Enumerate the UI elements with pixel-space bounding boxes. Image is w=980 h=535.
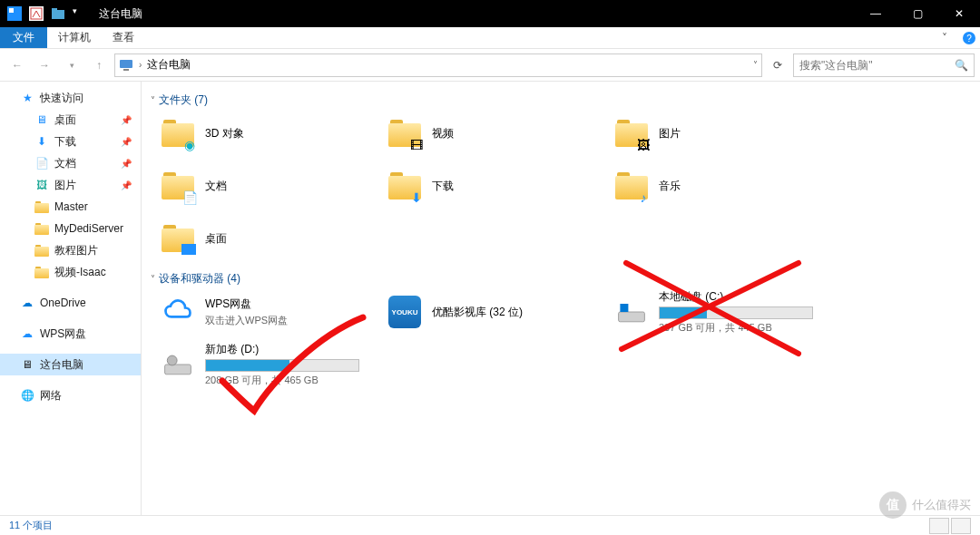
svg-rect-5 [52, 8, 57, 11]
item-label: 桌面 [205, 231, 227, 247]
help-icon: ? [962, 31, 976, 45]
group-header-label: 设备和驱动器 (4) [159, 271, 240, 287]
search-box[interactable]: 🔍 [793, 54, 975, 77]
item-label: 本地磁盘 (C:) [659, 289, 813, 305]
item-sublabel: 307 GB 可用，共 445 GB [659, 321, 813, 335]
item-label: 文档 [205, 179, 227, 194]
sidebar-label: 文档 [54, 156, 76, 171]
folder-icon [34, 221, 49, 236]
document-icon: 📄 [34, 156, 49, 170]
maximize-button[interactable]: ▢ [897, 0, 938, 27]
help-button[interactable]: ? [958, 27, 980, 48]
back-button[interactable]: ← [5, 54, 29, 77]
folder-desktop[interactable]: 桌面 [160, 219, 387, 258]
view-details-button[interactable] [929, 518, 949, 534]
drive-icon [613, 294, 650, 330]
sidebar-item-mydediserver[interactable]: MyDediServer [0, 218, 141, 239]
qat-chevron-icon[interactable]: ▾ [73, 6, 77, 21]
svg-rect-11 [620, 304, 628, 312]
svg-rect-9 [123, 69, 129, 71]
chevron-down-icon: ˅ [151, 95, 155, 105]
sidebar-item-documents[interactable]: 📄 文档 📌 [0, 152, 141, 174]
device-youku[interactable]: YOUKU 优酷影视库 (32 位) [387, 292, 613, 332]
sidebar-item-tutorial-pics[interactable]: 教程图片 [0, 239, 141, 261]
thispc-icon: 🖥 [20, 357, 34, 372]
address-dropdown-icon[interactable]: ˅ [753, 60, 758, 70]
folder-3d-objects[interactable]: ◉ 3D 对象 [160, 113, 387, 153]
window-title: 这台电脑 [84, 6, 142, 22]
close-button[interactable]: ✕ [938, 0, 980, 27]
sidebar-item-pictures[interactable]: 🖼 图片 📌 [0, 174, 141, 196]
computer-tab[interactable]: 计算机 [47, 27, 102, 48]
sidebar-label: 下载 [54, 134, 76, 150]
view-tab[interactable]: 查看 [102, 27, 145, 48]
folder-videos[interactable]: 🎞 视频 [387, 113, 613, 153]
device-cdrive[interactable]: 本地磁盘 (C:) 307 GB 可用，共 445 GB [613, 292, 840, 332]
folder-downloads[interactable]: ⬇ 下载 [387, 166, 613, 206]
sidebar-quick-access[interactable]: ★ 快速访问 [0, 87, 141, 109]
pin-icon: 📌 [121, 180, 132, 190]
search-input[interactable] [799, 59, 955, 72]
chevron-down-icon: ˅ [151, 274, 155, 284]
device-ddrive[interactable]: 新加卷 (D:) 208 GB 可用，共 465 GB [160, 345, 387, 384]
item-label: 新加卷 (D:) [205, 342, 359, 357]
sidebar-item-desktop[interactable]: 🖥 桌面 📌 [0, 109, 141, 131]
sidebar-onedrive[interactable]: ☁ OneDrive [0, 292, 141, 314]
sidebar-label: Master [54, 200, 88, 213]
group-folders-header[interactable]: ˅ 文件夹 (7) [149, 89, 980, 113]
sidebar-label: 视频-Isaac [54, 265, 106, 280]
item-label: 音乐 [659, 179, 681, 194]
qat-properties-icon[interactable] [29, 6, 44, 21]
svg-rect-1 [9, 8, 14, 13]
minimize-button[interactable]: — [855, 0, 897, 27]
status-bar: 11 个项目 [0, 515, 980, 535]
up-button[interactable]: ↑ [87, 54, 111, 77]
sidebar-label: OneDrive [40, 297, 86, 309]
sidebar-network[interactable]: 🌐 网络 [0, 384, 141, 406]
file-tab[interactable]: 文件 [0, 27, 47, 48]
desktop-icon: 🖥 [34, 112, 49, 127]
network-icon: 🌐 [20, 388, 34, 403]
wps-cloud-icon [160, 294, 196, 330]
refresh-button[interactable]: ⟳ [766, 54, 789, 77]
qat-newfolder-icon[interactable] [51, 6, 65, 21]
device-wps[interactable]: WPS网盘 双击进入WPS网盘 [160, 292, 387, 332]
folder-icon [34, 243, 49, 258]
item-label: 视频 [432, 126, 454, 141]
folder-music[interactable]: ♪ 音乐 [613, 166, 840, 206]
search-icon[interactable]: 🔍 [955, 59, 968, 72]
explorer-icon [7, 6, 22, 21]
youku-icon: YOUKU [387, 294, 423, 330]
sidebar-label: 桌面 [54, 112, 76, 128]
ribbon-chevron-icon[interactable]: ˅ [931, 27, 958, 48]
folder-icon [34, 199, 49, 214]
pin-icon: 📌 [121, 137, 132, 147]
forward-button[interactable]: → [33, 54, 56, 77]
folder-documents[interactable]: 📄 文档 [160, 166, 387, 206]
group-devices-header[interactable]: ˅ 设备和驱动器 (4) [149, 268, 980, 292]
sidebar-label: 教程图片 [54, 243, 98, 258]
sidebar-wps[interactable]: ☁ WPS网盘 [0, 323, 141, 345]
onedrive-icon: ☁ [20, 296, 34, 310]
sidebar-item-master[interactable]: Master [0, 196, 141, 218]
sidebar-thispc[interactable]: 🖥 这台电脑 [0, 354, 141, 375]
thispc-icon [119, 58, 133, 73]
item-sublabel: 双击进入WPS网盘 [205, 314, 288, 327]
recent-chevron-icon[interactable]: ▾ [60, 54, 83, 77]
pin-icon: 📌 [121, 159, 132, 169]
svg-rect-8 [120, 60, 132, 68]
item-label: 下载 [432, 179, 454, 194]
item-sublabel: 208 GB 可用，共 465 GB [205, 374, 359, 387]
sidebar-label: 网络 [40, 388, 62, 404]
view-tiles-button[interactable] [951, 518, 971, 534]
drive-usage-bar [659, 306, 813, 319]
sidebar-item-downloads[interactable]: ⬇ 下载 📌 [0, 131, 141, 152]
sidebar-item-video-isaac[interactable]: 视频-Isaac [0, 261, 141, 283]
address-bar[interactable]: › 这台电脑 ˅ [114, 54, 762, 77]
folder-pictures[interactable]: 🖼 图片 [613, 113, 840, 153]
navigation-pane: ★ 快速访问 🖥 桌面 📌 ⬇ 下载 📌 📄 文档 📌 🖼 图片 📌 Maste… [0, 82, 142, 515]
drive-usage-bar [205, 359, 359, 372]
sidebar-label: 图片 [54, 178, 76, 193]
sidebar-label: 这台电脑 [40, 357, 83, 373]
address-bar-row: ← → ▾ ↑ › 这台电脑 ˅ ⟳ 🔍 [0, 49, 980, 82]
